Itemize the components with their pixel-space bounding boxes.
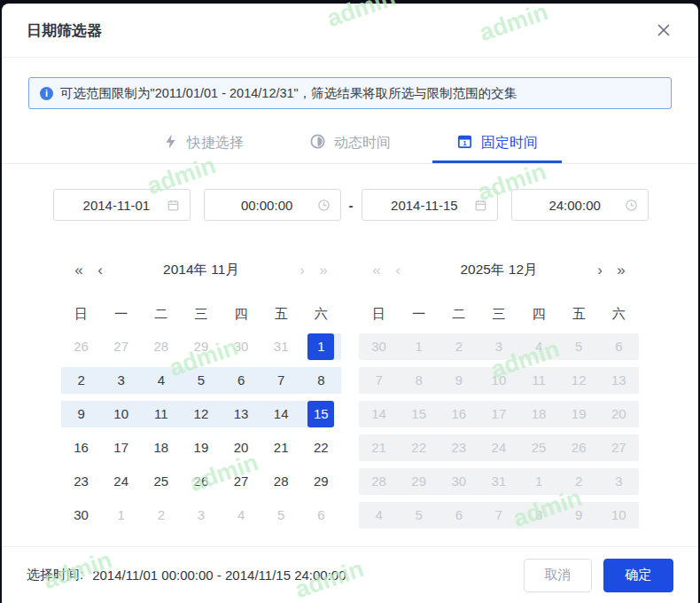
day-cell[interactable]: 8 xyxy=(301,367,341,394)
day-cell[interactable]: 20 xyxy=(222,435,261,461)
tab-fixed-time[interactable]: 1 固定时间 xyxy=(456,123,538,163)
day-cell[interactable]: 27 xyxy=(101,333,141,360)
day-cell[interactable]: 5 xyxy=(181,367,221,394)
day-cell[interactable]: 29 xyxy=(181,333,221,360)
day-cell[interactable]: 2 xyxy=(61,367,101,394)
day-cell[interactable]: 1 xyxy=(101,502,141,529)
day-cell: 30 xyxy=(439,468,478,495)
day-cell: 6 xyxy=(599,333,639,360)
day-cell: 1 xyxy=(399,333,439,360)
day-cell: 26 xyxy=(559,435,599,461)
day-cell[interactable]: 2 xyxy=(141,502,181,529)
day-cell[interactable]: 30 xyxy=(222,333,261,360)
day-cell[interactable]: 26 xyxy=(61,333,101,360)
end-time-value: 24:00:00 xyxy=(525,198,625,213)
date-filter-dialog: 日期筛选器 i 可选范围限制为"2011/01/01 - 2014/12/31"… xyxy=(2,4,698,603)
day-cell: 27 xyxy=(599,435,639,461)
cancel-button[interactable]: 取消 xyxy=(524,559,592,592)
day-cell[interactable]: 31 xyxy=(261,333,301,360)
day-cell: 21 xyxy=(359,435,399,461)
next-month-icon: › xyxy=(292,262,313,278)
calendar-week-row: 14151617181920 xyxy=(359,401,639,427)
day-cell[interactable]: 7 xyxy=(261,367,301,394)
day-cell[interactable]: 12 xyxy=(181,401,221,427)
weekday-label: 六 xyxy=(301,306,341,323)
day-cell: 29 xyxy=(399,468,439,495)
close-icon[interactable] xyxy=(654,20,673,40)
next-year-icon[interactable]: » xyxy=(611,262,632,278)
day-cell[interactable]: 4 xyxy=(141,367,181,394)
end-time-input[interactable]: 24:00:00 xyxy=(511,189,649,221)
day-cell: 18 xyxy=(519,401,559,427)
dialog-title: 日期筛选器 xyxy=(27,20,654,41)
day-cell[interactable]: 6 xyxy=(301,502,341,529)
day-cell[interactable]: 3 xyxy=(101,367,141,394)
day-cell: 24 xyxy=(478,435,518,461)
tab-dynamic-time[interactable]: 动态时间 xyxy=(309,123,391,163)
weekday-label: 五 xyxy=(261,306,301,323)
day-cell[interactable]: 21 xyxy=(261,435,301,461)
day-cell[interactable]: 16 xyxy=(61,435,101,461)
day-cell[interactable]: 29 xyxy=(301,468,341,495)
confirm-button[interactable]: 确定 xyxy=(603,559,673,592)
weekday-label: 二 xyxy=(141,306,181,323)
weekday-label: 三 xyxy=(478,306,518,323)
calendar-week-row: 28293031123 xyxy=(359,468,639,495)
selected-time-summary: 选择时间: 2014/11/01 00:00:00 - 2014/11/15 2… xyxy=(27,567,524,583)
weekday-label: 四 xyxy=(222,306,261,323)
prev-year-icon[interactable]: « xyxy=(68,262,89,278)
day-cell: 7 xyxy=(478,502,518,529)
day-cell: 12 xyxy=(559,367,599,394)
day-cell: 4 xyxy=(359,502,399,529)
range-limit-text: 可选范围限制为"2011/01/01 - 2014/12/31"，筛选结果将取所… xyxy=(60,85,517,102)
day-cell[interactable]: 17 xyxy=(101,435,141,461)
calendar-week-row: 23242526272829 xyxy=(61,468,341,495)
day-cell: 25 xyxy=(519,435,559,461)
weekday-label: 五 xyxy=(559,306,599,323)
tab-label: 固定时间 xyxy=(481,134,538,153)
end-date-input[interactable]: 2014-11-15 xyxy=(362,189,499,221)
day-cell: 9 xyxy=(559,502,599,529)
start-date-input[interactable]: 2014-11-01 xyxy=(53,189,191,221)
day-cell[interactable]: 15 xyxy=(301,401,341,427)
lightning-icon xyxy=(162,133,179,153)
day-cell[interactable]: 9 xyxy=(61,401,101,427)
day-cell[interactable]: 1 xyxy=(301,333,341,360)
calendar-left: « ‹ 2014年 11月 › » 日一二三四五六 26272829303112… xyxy=(61,256,341,536)
day-cell[interactable]: 25 xyxy=(141,468,181,495)
calendar-icon: 1 xyxy=(456,133,473,153)
day-cell: 5 xyxy=(399,502,439,529)
day-cell[interactable]: 4 xyxy=(222,502,261,529)
range-limit-banner: i 可选范围限制为"2011/01/01 - 2014/12/31"，筛选结果将… xyxy=(28,77,672,109)
day-cell[interactable]: 6 xyxy=(222,367,261,394)
day-cell[interactable]: 27 xyxy=(222,468,261,495)
day-cell[interactable]: 28 xyxy=(261,468,301,495)
start-time-input[interactable]: 00:00:00 xyxy=(204,189,341,221)
tab-quick-select[interactable]: 快捷选择 xyxy=(162,123,244,163)
weekday-label: 四 xyxy=(519,306,559,323)
calendar-icon xyxy=(167,199,180,212)
day-cell[interactable]: 26 xyxy=(181,468,221,495)
range-input-row: 2014-11-01 00:00:00 - 2014-11-15 24:00:0… xyxy=(2,189,698,221)
weekday-label: 一 xyxy=(101,306,141,323)
clock-icon xyxy=(317,199,331,212)
day-cell[interactable]: 5 xyxy=(261,502,301,529)
day-cell[interactable]: 30 xyxy=(61,502,101,529)
day-cell[interactable]: 23 xyxy=(61,468,101,495)
day-cell[interactable]: 19 xyxy=(181,435,221,461)
day-cell[interactable]: 28 xyxy=(141,333,181,360)
prev-month-icon: ‹ xyxy=(387,262,408,278)
day-cell[interactable]: 18 xyxy=(141,435,181,461)
day-cell[interactable]: 3 xyxy=(181,502,221,529)
day-cell[interactable]: 13 xyxy=(222,401,261,427)
range-separator: - xyxy=(349,198,354,213)
day-cell: 2 xyxy=(439,333,478,360)
prev-month-icon[interactable]: ‹ xyxy=(89,262,111,278)
svg-text:1: 1 xyxy=(463,140,467,147)
day-cell[interactable]: 22 xyxy=(301,435,341,461)
next-month-icon[interactable]: › xyxy=(589,262,611,278)
day-cell[interactable]: 10 xyxy=(101,401,141,427)
day-cell[interactable]: 11 xyxy=(141,401,181,427)
day-cell[interactable]: 24 xyxy=(101,468,141,495)
day-cell[interactable]: 14 xyxy=(261,401,301,427)
